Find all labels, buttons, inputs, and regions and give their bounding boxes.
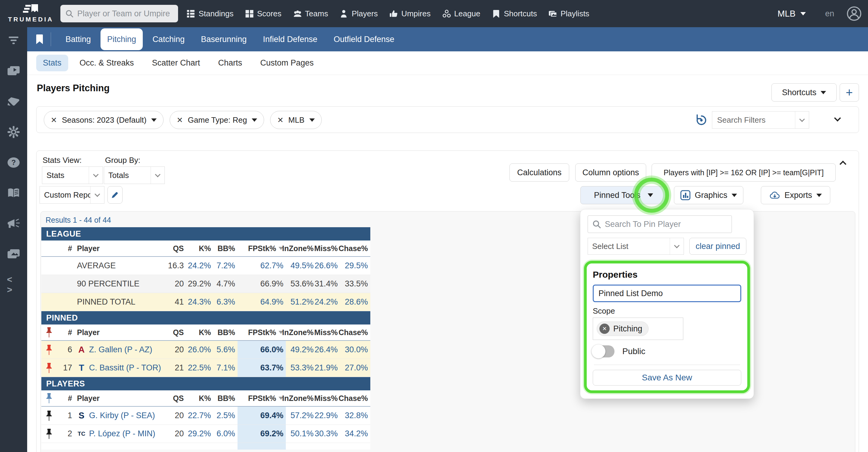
scope-box[interactable]: ✕ Pitching xyxy=(593,317,683,340)
view-tab-scatter-chart[interactable]: Scatter Chart xyxy=(146,55,207,71)
remove-filter-icon[interactable]: ✕ xyxy=(277,116,283,124)
help-icon[interactable]: ? xyxy=(7,156,20,169)
col-header-miss[interactable]: Miss% xyxy=(316,390,340,406)
col-header-num[interactable]: # xyxy=(56,241,74,256)
col-header-player[interactable]: Player xyxy=(74,241,165,256)
col-header-fpstk[interactable]: FPStk% xyxy=(238,241,286,256)
edit-report-button[interactable] xyxy=(107,186,123,204)
top-nav-playlists[interactable]: Playlists xyxy=(548,9,589,19)
col-header-inzone[interactable]: InZone% xyxy=(286,241,316,256)
calculations-button[interactable]: Calculations xyxy=(509,164,569,181)
top-nav-players[interactable]: Players xyxy=(340,9,378,19)
col-header-qs[interactable]: QS xyxy=(165,390,186,406)
table-row[interactable]: AVERAGE16.324.2%7.2%62.7%49.5%26.6%29.5% xyxy=(41,257,370,275)
player-link[interactable]: G. Kirby (P - SEA) xyxy=(89,411,155,420)
pinned-tools-button[interactable]: Pinned Tools xyxy=(580,186,667,204)
sport-tab-outfield-defense[interactable]: Outfield Defense xyxy=(327,27,401,51)
remove-scope-icon[interactable]: ✕ xyxy=(599,323,610,334)
top-nav-teams[interactable]: Teams xyxy=(293,9,329,19)
col-header-miss[interactable]: Miss% xyxy=(316,241,340,256)
global-search-input[interactable]: Player or Team or Umpire xyxy=(60,5,178,22)
pin-player-search-input[interactable] xyxy=(605,220,727,229)
pin-icon[interactable] xyxy=(41,425,56,443)
col-header-inzone[interactable]: InZone% xyxy=(286,390,316,406)
report-select[interactable]: Custom Report (me) xyxy=(39,186,104,204)
code-embed-icon[interactable]: < > xyxy=(7,278,20,291)
view-tab-stats[interactable]: Stats xyxy=(36,55,68,71)
pin-header-icon[interactable] xyxy=(41,390,56,406)
sport-tab-catching[interactable]: Catching xyxy=(146,27,191,51)
pin-header-icon[interactable] xyxy=(41,324,56,340)
brand-logo[interactable]: TRUMEDIA xyxy=(4,4,57,23)
top-nav-league[interactable]: League xyxy=(442,9,480,19)
save-as-new-button[interactable]: Save As New xyxy=(593,370,741,386)
player-link[interactable]: P. López (P - MIN) xyxy=(89,429,155,439)
col-header-miss[interactable]: Miss% xyxy=(316,324,340,340)
user-avatar-icon[interactable] xyxy=(846,6,862,22)
filter-chip[interactable]: ✕Game Type: Reg xyxy=(169,111,264,129)
col-header-bb[interactable]: BB% xyxy=(213,324,238,340)
col-header-bb[interactable]: BB% xyxy=(213,390,238,406)
table-row[interactable]: PINNED TOTAL4124.3%6.3%64.9%51.2%24.2%28… xyxy=(41,293,370,311)
col-header-num[interactable]: # xyxy=(56,390,74,406)
col-header-k[interactable]: K% xyxy=(186,324,213,340)
col-header-chase[interactable]: Chase% xyxy=(340,241,370,256)
table-row[interactable]: 17TC. Bassitt (P - TOR)2122.5%7.1%63.7%5… xyxy=(41,359,370,377)
results-count[interactable]: Results 1 - 44 of 44 xyxy=(45,216,111,225)
settings-gear-icon[interactable] xyxy=(7,125,20,139)
col-header-chase[interactable]: Chase% xyxy=(340,390,370,406)
stats-view-select[interactable]: Stats xyxy=(42,167,103,184)
top-nav-umpires[interactable]: Umpires xyxy=(389,9,431,19)
filter-history-icon[interactable] xyxy=(695,114,708,126)
shortcuts-button[interactable]: Shortcuts xyxy=(771,83,837,102)
filter-chip[interactable]: ✕Seasons: 2023 (Default) xyxy=(44,111,163,129)
sport-tab-infield-defense[interactable]: Infield Defense xyxy=(256,27,324,51)
player-filter-expression[interactable]: Players with [IP] >= 162 OR [IP] >= team… xyxy=(652,164,836,181)
select-list-dropdown[interactable]: Select List xyxy=(588,238,684,255)
player-link[interactable]: C. Bassitt (P - TOR) xyxy=(89,363,161,372)
remove-filter-icon[interactable]: ✕ xyxy=(51,116,57,124)
view-tab-custom-pages[interactable]: Custom Pages xyxy=(253,55,320,71)
sport-tab-batting[interactable]: Batting xyxy=(59,27,97,51)
col-header-qs[interactable]: QS xyxy=(165,241,186,256)
group-by-select[interactable]: Totals xyxy=(104,167,165,184)
col-header-player[interactable]: Player xyxy=(74,324,165,340)
clear-pinned-button[interactable]: clear pinned xyxy=(689,238,746,255)
search-filters-select[interactable]: Search Filters xyxy=(712,111,809,129)
pin-icon[interactable] xyxy=(41,359,56,377)
public-toggle[interactable] xyxy=(593,345,615,358)
sport-tab-pitching[interactable]: Pitching xyxy=(100,28,143,50)
collapse-panel-chevron-icon[interactable] xyxy=(840,161,846,168)
announcements-icon[interactable] xyxy=(7,217,20,230)
pin-player-search[interactable] xyxy=(588,216,732,233)
sport-tab-baserunning[interactable]: Baserunning xyxy=(194,27,253,51)
col-header-fpstk[interactable]: FPStk% xyxy=(238,390,286,406)
pin-icon[interactable] xyxy=(41,407,56,424)
col-header-inzone[interactable]: InZone% xyxy=(286,324,316,340)
player-link[interactable]: Z. Gallen (P - AZ) xyxy=(89,345,152,355)
add-page-button[interactable]: + xyxy=(840,83,859,102)
glossary-book-icon[interactable] xyxy=(7,187,20,200)
field-icon[interactable] xyxy=(7,95,20,108)
col-header-qs[interactable]: QS xyxy=(165,324,186,340)
bookmark-icon[interactable] xyxy=(36,34,43,45)
table-row[interactable]: 90 PERCENTILE2029.2%4.7%66.9%53.6%31.4%3… xyxy=(41,275,370,293)
view-tab-charts[interactable]: Charts xyxy=(212,55,249,71)
table-row[interactable]: 6AZ. Gallen (P - AZ)2026.0%5.6%66.0%49.2… xyxy=(41,341,370,359)
col-header-k[interactable]: K% xyxy=(186,390,213,406)
table-row[interactable]: 1SG. Kirby (P - SEA)2022.7%2.5%69.4%57.2… xyxy=(41,407,370,425)
filters-icon[interactable] xyxy=(7,34,20,47)
pin-icon[interactable] xyxy=(41,341,56,359)
column-options-button[interactable]: Column options xyxy=(575,164,646,181)
top-nav-scores[interactable]: Scores xyxy=(245,9,282,19)
col-header-chase[interactable]: Chase% xyxy=(340,324,370,340)
table-row[interactable]: 2TCP. López (P - MIN)2029.2%6.0%69.2%50.… xyxy=(41,425,370,443)
col-header-bb[interactable]: BB% xyxy=(213,241,238,256)
col-header-player[interactable]: Player xyxy=(74,390,165,406)
video-library-icon[interactable] xyxy=(7,64,20,78)
view-tab-occ-streaks[interactable]: Occ. & Streaks xyxy=(73,55,141,71)
collapse-filters-chevron-icon[interactable] xyxy=(834,115,841,122)
exports-button[interactable]: Exports xyxy=(761,186,830,204)
league-selector[interactable]: MLB xyxy=(777,9,806,19)
col-header-num[interactable]: # xyxy=(56,324,74,340)
